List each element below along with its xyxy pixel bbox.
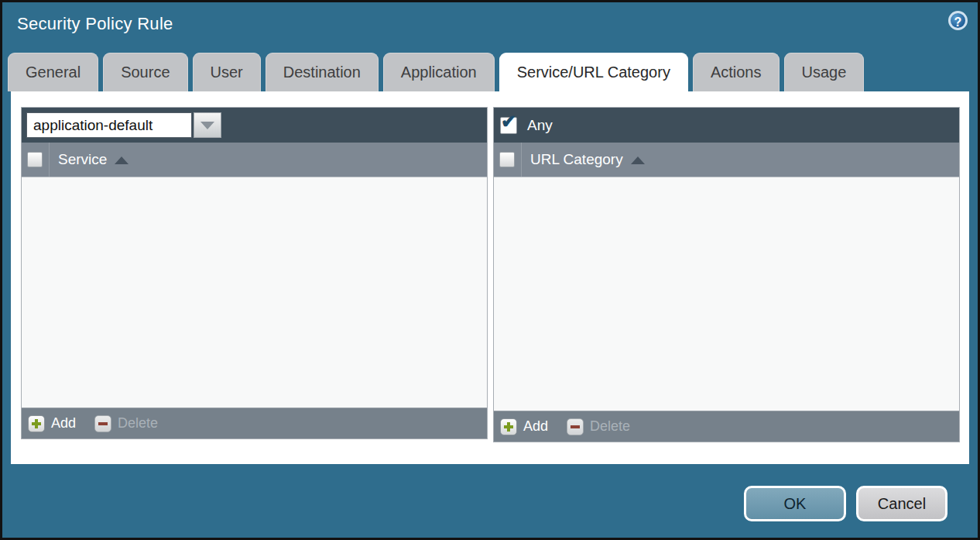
- any-checkbox[interactable]: ✔: [500, 117, 517, 134]
- minus-icon: [567, 418, 584, 435]
- service-list[interactable]: [22, 177, 487, 408]
- dialog-content: Service Add Delete: [11, 91, 969, 464]
- tab-application[interactable]: Application: [383, 53, 495, 91]
- service-type-dropdown-button[interactable]: [194, 112, 221, 138]
- tab-actions[interactable]: Actions: [693, 53, 780, 91]
- plus-icon: [500, 418, 517, 435]
- checkmark-icon: ✔: [501, 112, 516, 131]
- any-checkbox-label: Any: [527, 117, 553, 134]
- service-column-header-row: Service: [22, 143, 487, 177]
- service-type-combobox: [26, 112, 221, 138]
- url-category-list[interactable]: [494, 177, 959, 411]
- plus-icon: [28, 415, 45, 432]
- dialog-title: Security Policy Rule: [17, 14, 173, 34]
- url-category-column-label: URL Category: [530, 151, 623, 168]
- help-icon[interactable]: ?: [948, 11, 968, 30]
- sort-ascending-icon: [115, 156, 128, 164]
- delete-service-button[interactable]: Delete: [94, 415, 158, 432]
- url-category-sort-header[interactable]: URL Category: [521, 143, 959, 177]
- add-url-category-button[interactable]: Add: [500, 418, 548, 435]
- url-category-panel: ✔ Any URL Category Add: [493, 107, 960, 442]
- cancel-button[interactable]: Cancel: [856, 486, 947, 521]
- chevron-down-icon: [200, 122, 214, 129]
- url-category-panel-footer: Add Delete: [494, 411, 959, 442]
- tab-bar: General Source User Destination Applicat…: [8, 53, 864, 91]
- service-type-input[interactable]: [26, 112, 192, 138]
- service-panel: Service Add Delete: [21, 107, 488, 439]
- select-all-services-checkbox[interactable]: [27, 152, 43, 167]
- service-column-label: Service: [58, 151, 107, 168]
- ok-button[interactable]: OK: [744, 486, 846, 521]
- security-policy-rule-dialog: Security Policy Rule ? General Source Us…: [0, 0, 980, 540]
- url-category-column-header-row: URL Category: [494, 143, 959, 177]
- service-panel-toolbar: [22, 108, 487, 143]
- tab-usage[interactable]: Usage: [784, 53, 865, 91]
- tab-destination[interactable]: Destination: [266, 53, 379, 91]
- tab-user[interactable]: User: [193, 53, 261, 91]
- tab-general[interactable]: General: [8, 53, 98, 91]
- select-all-url-categories-checkbox[interactable]: [499, 152, 515, 167]
- url-category-panel-toolbar: ✔ Any: [494, 108, 959, 143]
- delete-url-category-button[interactable]: Delete: [567, 418, 630, 435]
- any-checkbox-row: ✔ Any: [499, 117, 553, 134]
- sort-ascending-icon: [631, 156, 645, 164]
- service-sort-header[interactable]: Service: [49, 143, 487, 177]
- service-panel-footer: Add Delete: [22, 408, 487, 439]
- tab-service-url-category[interactable]: Service/URL Category: [499, 53, 688, 91]
- add-service-button[interactable]: Add: [28, 415, 76, 432]
- tab-source[interactable]: Source: [103, 53, 187, 91]
- minus-icon: [94, 415, 111, 432]
